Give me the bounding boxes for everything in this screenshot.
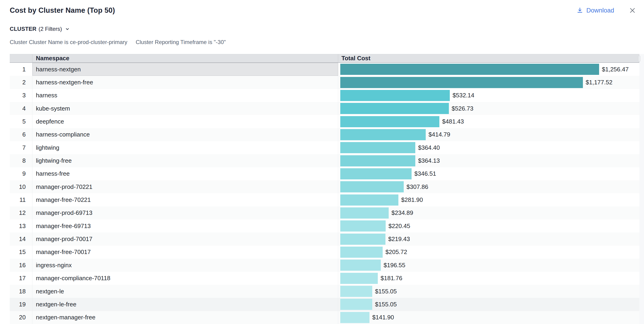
row-rank: 12 bbox=[10, 207, 32, 220]
table-row[interactable]: 3 harness $532.14 bbox=[10, 89, 639, 102]
table-row[interactable]: 17 manager-compliance-70118 $181.76 bbox=[10, 272, 639, 285]
cost-bar[interactable] bbox=[340, 129, 426, 140]
row-namespace[interactable]: manager-prod-70017 bbox=[32, 232, 338, 245]
row-namespace[interactable]: manager-free-69713 bbox=[32, 220, 338, 232]
row-namespace[interactable]: manager-prod-70221 bbox=[32, 180, 338, 193]
table-row[interactable]: 14 manager-prod-70017 $219.43 bbox=[10, 232, 639, 245]
cost-bar[interactable] bbox=[340, 116, 439, 127]
row-cost-cell: $307.86 bbox=[338, 180, 639, 193]
cost-bar[interactable] bbox=[340, 195, 398, 206]
cost-bar[interactable] bbox=[340, 299, 372, 310]
row-cost-label: $346.51 bbox=[414, 170, 436, 177]
row-rank: 16 bbox=[10, 259, 32, 272]
row-cost-cell: $181.76 bbox=[338, 272, 639, 285]
table-row[interactable]: 18 nextgen-le $155.05 bbox=[10, 285, 639, 298]
row-cost-label: $307.86 bbox=[406, 183, 428, 191]
cost-grid: Namespace Total Cost 1 harness-nextgen $… bbox=[10, 54, 639, 324]
filter-group-label: CLUSTER bbox=[10, 26, 36, 32]
row-namespace[interactable]: lightwing bbox=[32, 141, 338, 154]
cost-bar[interactable] bbox=[340, 64, 599, 75]
row-namespace[interactable]: manager-free-70017 bbox=[32, 246, 338, 259]
row-rank: 20 bbox=[10, 311, 32, 324]
row-namespace[interactable]: manager-prod-69713 bbox=[32, 207, 338, 220]
download-button[interactable]: Download bbox=[576, 7, 614, 14]
row-cost-label: $205.72 bbox=[386, 248, 407, 256]
table-row[interactable]: 20 nextgen-manager-free $141.90 bbox=[10, 311, 639, 324]
row-rank: 9 bbox=[10, 167, 32, 180]
table-row[interactable]: 7 lightwing $364.40 bbox=[10, 141, 639, 154]
cost-bar[interactable] bbox=[340, 181, 404, 192]
row-namespace[interactable]: harness-free bbox=[32, 167, 338, 180]
row-namespace[interactable]: lightwing-free bbox=[32, 154, 338, 167]
table-row[interactable]: 15 manager-free-70017 $205.72 bbox=[10, 246, 639, 259]
row-cost-label: $219.43 bbox=[388, 235, 410, 243]
cost-bar[interactable] bbox=[340, 247, 383, 258]
cost-bar[interactable] bbox=[340, 273, 378, 284]
cost-bar[interactable] bbox=[340, 207, 389, 219]
cost-bar[interactable] bbox=[340, 90, 450, 101]
row-cost-cell: $532.14 bbox=[338, 89, 639, 102]
row-namespace[interactable]: kube-system bbox=[32, 102, 338, 115]
table-row[interactable]: 5 deepfence $481.43 bbox=[10, 115, 639, 128]
row-rank: 7 bbox=[10, 141, 32, 154]
header-cell-total-cost[interactable]: Total Cost bbox=[338, 54, 639, 62]
table-row[interactable]: 16 ingress-nginx $196.55 bbox=[10, 259, 639, 272]
vertical-scrollbar-thumb[interactable] bbox=[638, 56, 640, 62]
row-rank: 1 bbox=[10, 63, 32, 76]
row-rank: 13 bbox=[10, 220, 32, 232]
row-rank: 5 bbox=[10, 115, 32, 128]
row-cost-label: $526.73 bbox=[452, 105, 474, 112]
close-button[interactable] bbox=[629, 7, 636, 14]
cost-bar[interactable] bbox=[340, 103, 449, 114]
cost-bar[interactable] bbox=[340, 260, 381, 271]
table-row[interactable]: 6 harness-compliance $414.79 bbox=[10, 128, 639, 141]
row-namespace[interactable]: harness-compliance bbox=[32, 128, 338, 141]
cost-bar[interactable] bbox=[340, 142, 415, 153]
table-row[interactable]: 1 harness-nextgen $1,256.47 bbox=[10, 63, 639, 76]
row-namespace[interactable]: harness bbox=[32, 89, 338, 102]
row-cost-cell: $220.45 bbox=[338, 220, 639, 232]
filter-item-timeframe: Cluster Reporting Timeframe is "-30" bbox=[136, 39, 226, 45]
cost-bar[interactable] bbox=[340, 286, 372, 297]
cost-bar[interactable] bbox=[340, 220, 386, 232]
row-namespace[interactable]: harness-nextgen bbox=[32, 63, 338, 76]
table-row[interactable]: 12 manager-prod-69713 $234.89 bbox=[10, 207, 639, 220]
row-namespace[interactable]: ingress-nginx bbox=[32, 259, 338, 272]
table-row[interactable]: 2 harness-nextgen-free $1,177.52 bbox=[10, 76, 639, 89]
row-namespace[interactable]: nextgen-le bbox=[32, 285, 338, 298]
cost-bar[interactable] bbox=[340, 312, 370, 323]
row-namespace[interactable]: manager-compliance-70118 bbox=[32, 272, 338, 285]
row-cost-label: $364.13 bbox=[418, 157, 440, 164]
table-row[interactable]: 19 nextgen-le-free $155.05 bbox=[10, 298, 639, 311]
row-namespace[interactable]: nextgen-le-free bbox=[32, 298, 338, 311]
row-rank: 6 bbox=[10, 128, 32, 141]
row-namespace[interactable]: deepfence bbox=[32, 115, 338, 128]
cost-bar[interactable] bbox=[340, 77, 583, 88]
header-cell-namespace[interactable]: Namespace bbox=[32, 54, 338, 62]
row-namespace[interactable]: harness-nextgen-free bbox=[32, 76, 338, 89]
row-cost-cell: $364.40 bbox=[338, 141, 639, 154]
table-row[interactable]: 10 manager-prod-70221 $307.86 bbox=[10, 180, 639, 193]
namespace-column-label: Namespace bbox=[36, 55, 70, 62]
table-row[interactable]: 13 manager-free-69713 $220.45 bbox=[10, 220, 639, 232]
table-row[interactable]: 9 harness-free $346.51 bbox=[10, 167, 639, 180]
cost-bar[interactable] bbox=[340, 155, 415, 167]
table-row[interactable]: 4 kube-system $526.73 bbox=[10, 102, 639, 115]
table-row[interactable]: 11 manager-free-70221 $281.90 bbox=[10, 193, 639, 206]
cost-bar[interactable] bbox=[340, 234, 386, 245]
row-namespace[interactable]: nextgen-manager-free bbox=[32, 311, 338, 324]
row-cost-label: $220.45 bbox=[388, 223, 410, 230]
row-rank: 15 bbox=[10, 246, 32, 259]
filter-group-toggle[interactable]: CLUSTER (2 Filters) bbox=[10, 25, 70, 33]
row-cost-cell: $219.43 bbox=[338, 232, 639, 245]
cost-bar[interactable] bbox=[340, 168, 412, 179]
row-cost-cell: $346.51 bbox=[338, 167, 639, 180]
row-rank: 11 bbox=[10, 193, 32, 206]
row-rank: 10 bbox=[10, 180, 32, 193]
row-cost-label: $414.79 bbox=[428, 131, 450, 138]
row-cost-label: $155.05 bbox=[375, 288, 397, 295]
row-namespace[interactable]: manager-free-70221 bbox=[32, 193, 338, 206]
row-cost-label: $1,256.47 bbox=[602, 66, 629, 73]
row-rank: 3 bbox=[10, 89, 32, 102]
table-row[interactable]: 8 lightwing-free $364.13 bbox=[10, 154, 639, 167]
